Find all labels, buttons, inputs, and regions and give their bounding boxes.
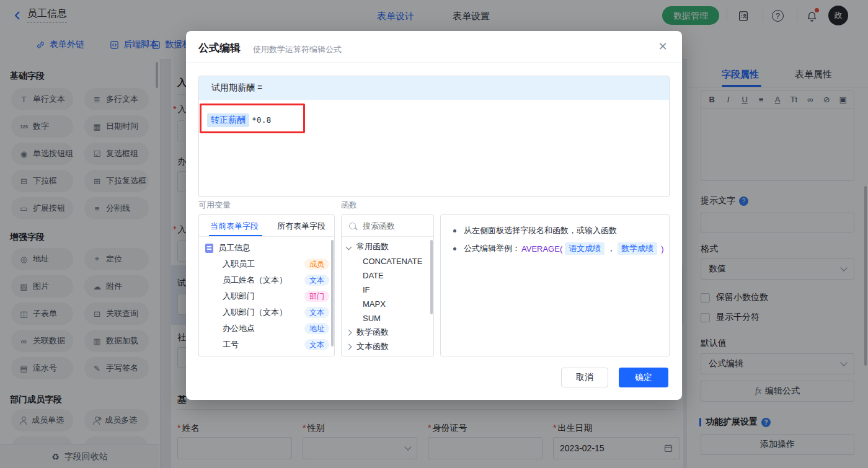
variable-name: 工号 xyxy=(223,339,239,350)
chevron-expanded-icon xyxy=(346,244,352,250)
formula-editor-modal: 公式编辑 使用数学运算符编辑公式 ✕ 试用期薪酬 = 转正薪酬*0.8 可用变量… xyxy=(186,31,682,400)
functions-panel: 常用函数 CONCATENATE DATE IF MAPX SUM 数学函数 文… xyxy=(341,214,434,356)
variables-tab-underline xyxy=(209,235,262,236)
function-group-text[interactable]: 文本函数 xyxy=(347,340,430,353)
help-tip-2: 公式编辑举例：AVERAGE(语文成绩，数学成绩) xyxy=(453,242,664,255)
variables-label: 可用变量 xyxy=(198,200,231,211)
function-item[interactable]: DATE xyxy=(363,268,431,282)
help-example-token: 数学成绩 xyxy=(618,242,657,255)
functions-scrollbar[interactable] xyxy=(430,240,433,314)
search-icon xyxy=(349,223,356,229)
help-example-label: 公式编辑举例： xyxy=(464,243,520,254)
variable-name: 入职员工 xyxy=(223,258,255,270)
function-item[interactable]: IF xyxy=(363,283,431,296)
tab-all-form-fields[interactable]: 所有表单字段 xyxy=(277,221,326,232)
function-item[interactable]: SUM xyxy=(363,311,431,325)
annotation-red-box xyxy=(200,104,305,133)
variable-row[interactable]: 员工姓名（文本）文本 xyxy=(223,272,329,288)
formula-editor-box: 试用期薪酬 = 转正薪酬*0.8 xyxy=(198,76,670,197)
variable-name: 办公地点 xyxy=(223,323,255,334)
formula-target-text: 试用期薪酬 = xyxy=(211,82,262,94)
help-example-token: 语文成绩 xyxy=(565,242,604,255)
help-tip-1: 从左侧面板选择字段名和函数，或输入函数 xyxy=(453,225,617,236)
modal-subtitle: 使用数学运算符编辑公式 xyxy=(253,44,342,55)
chevron-collapsed-icon xyxy=(346,329,352,335)
function-group-label: 文本函数 xyxy=(356,341,389,352)
function-name: CONCATENATE xyxy=(363,257,422,266)
type-badge: 成员 xyxy=(304,258,329,270)
variables-panel: 当前表单字段 所有表单字段 员工信息 入职员工成员 员工姓名（文本）文本 入职部… xyxy=(198,214,335,356)
tab-current-form-fields[interactable]: 当前表单字段 xyxy=(210,221,259,232)
variable-row[interactable]: 办公地点地址 xyxy=(223,320,329,337)
chevron-collapsed-icon xyxy=(346,343,352,350)
type-badge: 文本 xyxy=(304,307,329,318)
variable-name: 员工姓名（文本） xyxy=(223,275,287,286)
function-name: DATE xyxy=(363,271,384,280)
variable-name: 入职部门（文本） xyxy=(223,307,287,318)
function-name: IF xyxy=(363,285,370,294)
variables-root-row[interactable]: 员工信息 xyxy=(205,240,327,256)
variable-row[interactable]: 入职部门部门 xyxy=(223,288,329,304)
function-item[interactable]: MAPX xyxy=(363,297,431,311)
modal-header-divider xyxy=(186,62,682,63)
modal-title: 公式编辑 xyxy=(198,41,241,55)
help-panel: 从左侧面板选择字段名和函数，或输入函数 公式编辑举例：AVERAGE(语文成绩，… xyxy=(440,214,670,356)
function-group-label: 数学函数 xyxy=(356,327,389,338)
variables-tabs: 当前表单字段 所有表单字段 xyxy=(199,215,334,237)
variable-name: 入职部门 xyxy=(223,291,255,302)
variable-row[interactable]: 入职部门（文本）文本 xyxy=(223,304,329,320)
help-example-function: AVERAGE( xyxy=(521,244,562,254)
function-item[interactable]: CONCATENATE xyxy=(363,254,431,268)
type-badge: 部门 xyxy=(304,291,329,302)
type-badge: 地址 xyxy=(304,323,329,334)
type-badge: 文本 xyxy=(304,339,329,350)
function-group-common[interactable]: 常用函数 xyxy=(347,240,430,254)
function-name: SUM xyxy=(363,314,381,323)
variable-row[interactable]: 工号文本 xyxy=(223,337,329,353)
variable-row[interactable]: 入职员工成员 xyxy=(223,256,329,272)
function-name: MAPX xyxy=(363,299,386,309)
functions-label: 函数 xyxy=(341,200,357,211)
help-example-comma: ， xyxy=(607,243,615,254)
function-group-label: 常用函数 xyxy=(356,241,389,252)
confirm-button[interactable]: 确定 xyxy=(619,368,668,387)
variables-root-label: 员工信息 xyxy=(218,242,250,254)
form-doc-icon xyxy=(205,244,213,253)
close-icon[interactable]: ✕ xyxy=(656,40,670,53)
function-group-math[interactable]: 数学函数 xyxy=(347,325,430,339)
cancel-button[interactable]: 取消 xyxy=(561,368,608,387)
variables-scrollbar[interactable] xyxy=(331,240,334,347)
help-example-close: ) xyxy=(661,244,663,254)
function-search-input[interactable] xyxy=(361,221,420,231)
function-search-row xyxy=(342,215,433,237)
help-tip-text: 从左侧面板选择字段名和函数，或输入函数 xyxy=(464,225,617,236)
formula-target: 试用期薪酬 = xyxy=(199,76,669,100)
type-badge: 文本 xyxy=(304,275,329,286)
app-root: 员工信息 表单设计 表单设置 数据管理 政 表单外链 后端脚本 数据权 xyxy=(0,0,868,468)
